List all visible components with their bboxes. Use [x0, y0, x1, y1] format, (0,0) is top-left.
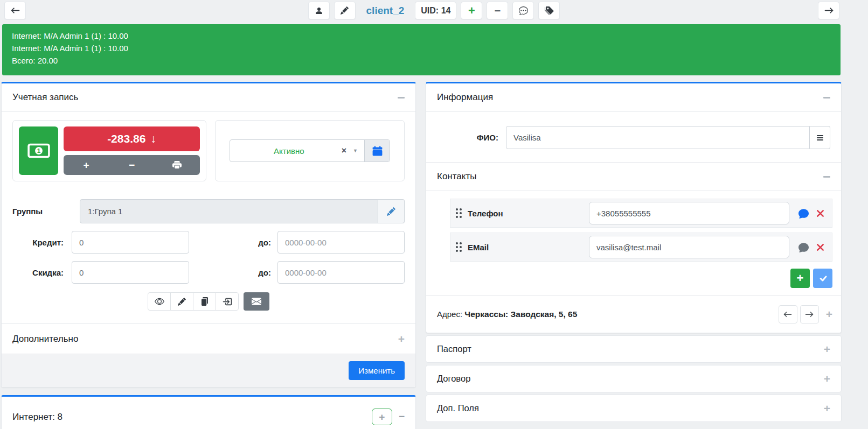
payment-plus-button[interactable]: + [64, 155, 109, 175]
groups-row: Группы [12, 199, 405, 223]
client-name-link[interactable]: client_2 [366, 5, 405, 17]
print-button[interactable] [155, 155, 200, 175]
clear-icon[interactable]: × [342, 146, 346, 156]
credit-row: Кредит: до: [12, 231, 405, 254]
expand-icon[interactable]: + [824, 373, 830, 384]
calendar-icon [372, 146, 383, 156]
fio-menu-button[interactable] [810, 126, 830, 149]
balance-value: -283.86 [107, 132, 145, 145]
banner-line: Internet: M/A Admin 1 (1) : 10.00 [12, 30, 831, 42]
drag-handle-icon[interactable] [456, 208, 462, 218]
forward-button[interactable] [818, 2, 839, 19]
balance-actions: + − [64, 155, 200, 175]
chat-dots-icon [519, 6, 528, 15]
expand-icon[interactable]: + [398, 333, 405, 344]
contacts-header: Контакты [426, 162, 841, 191]
chat-icon[interactable] [798, 208, 809, 219]
tags-button[interactable] [538, 2, 560, 19]
caret-down-icon[interactable]: ▼ [353, 148, 358, 153]
sign-in-icon [223, 297, 232, 306]
credit-label: Кредит: [12, 238, 72, 247]
copy-icon [200, 297, 209, 306]
drag-handle-icon[interactable] [456, 242, 462, 252]
edit-client-button[interactable] [334, 2, 356, 19]
svg-text:1: 1 [37, 147, 40, 154]
address-label: Адрес: [437, 310, 462, 319]
plus-icon: + [468, 5, 475, 17]
internet-title: Интернет: 8 [12, 405, 63, 423]
account-card-footer: Изменить [2, 354, 415, 387]
expand-icon[interactable]: + [824, 403, 830, 414]
contract-section: Договор + [426, 365, 842, 392]
status-calendar-button[interactable] [364, 140, 390, 161]
add-button[interactable]: + [461, 2, 482, 19]
contacts-list: Телефон EMail [426, 191, 841, 269]
uid-button[interactable]: UID: 14 [415, 2, 456, 19]
arrow-right-icon [824, 6, 834, 15]
user-button[interactable] [308, 2, 330, 19]
groups-label: Группы [12, 207, 80, 216]
balance-button[interactable]: -283.86 ↓ [64, 126, 200, 151]
delete-icon[interactable] [816, 209, 824, 217]
internet-card: Интернет: 8 + − [1, 395, 416, 429]
account-title: Учетная запись [12, 92, 78, 103]
confirm-contacts-button[interactable] [813, 269, 832, 288]
pencil-icon [387, 207, 395, 216]
credit-until-input[interactable] [277, 231, 405, 254]
tariffs-banner: Internet: M/A Admin 1 (1) : 10.00 Intern… [2, 24, 841, 75]
add-service-button[interactable]: + [372, 409, 392, 425]
discount-row: Скидка: до: [12, 261, 405, 284]
edit-button[interactable] [170, 292, 193, 311]
money-bill-icon: 1 [27, 143, 50, 158]
payment-minus-button[interactable]: − [109, 155, 154, 175]
pencil-icon [341, 6, 349, 15]
printer-icon [172, 160, 182, 170]
add-contact-button[interactable]: + [790, 269, 810, 288]
copy-button[interactable] [193, 292, 216, 311]
collapse-icon[interactable] [823, 176, 830, 178]
address-next-button[interactable] [800, 305, 819, 323]
send-mail-button[interactable] [244, 292, 269, 311]
address-prev-button[interactable] [779, 305, 797, 323]
discount-until-input[interactable] [277, 261, 405, 284]
contact-row-email: EMail [450, 233, 832, 262]
login-as-button[interactable] [216, 292, 239, 311]
account-card: Учетная запись 1 -283.86 ↓ + [1, 82, 416, 388]
chat-icon[interactable] [798, 242, 809, 252]
arrow-right-icon [805, 310, 814, 319]
discount-label: Скидка: [12, 268, 72, 277]
status-select-box[interactable]: Активно × ▼ [230, 140, 364, 161]
collapse-icon[interactable] [398, 97, 405, 99]
edit-groups-button[interactable] [378, 199, 405, 223]
list-icon [816, 133, 824, 142]
save-button[interactable]: Изменить [349, 361, 405, 380]
address-row: Адрес: Черкассы: Заводская, 5, 65 + [426, 296, 841, 333]
status-select[interactable]: Активно × ▼ [230, 139, 390, 162]
extra-fields-section: Доп. Поля + [426, 395, 842, 422]
discount-input[interactable] [72, 261, 189, 284]
expand-icon[interactable]: + [824, 343, 830, 355]
add-address-icon[interactable]: + [826, 308, 832, 321]
banner-line: Internet: M/A Admin 1 (1) : 10.00 [12, 42, 831, 54]
view-button[interactable] [148, 292, 171, 311]
discount-until-label: до: [258, 268, 277, 277]
money-button[interactable]: 1 [19, 126, 58, 175]
balance-widget: 1 -283.86 ↓ + − [12, 120, 206, 181]
envelope-icon [252, 297, 261, 306]
status-widget: Активно × ▼ [215, 120, 405, 181]
email-input[interactable] [589, 236, 789, 258]
pencil-icon [178, 298, 186, 306]
phone-input[interactable] [589, 202, 789, 224]
contract-title: Договор [437, 374, 470, 384]
contact-row-phone: Телефон [450, 199, 832, 228]
collapse-icon[interactable] [823, 97, 830, 99]
remove-button[interactable]: − [487, 2, 508, 19]
groups-input[interactable] [80, 199, 378, 223]
delete-icon[interactable] [816, 243, 824, 251]
collapse-icon[interactable]: − [399, 405, 405, 423]
fio-input[interactable] [506, 126, 810, 149]
credit-input[interactable] [72, 231, 189, 254]
contact-type-label: Телефон [468, 209, 503, 218]
fio-row: ФИО: [426, 112, 841, 162]
comments-button[interactable] [512, 2, 534, 19]
